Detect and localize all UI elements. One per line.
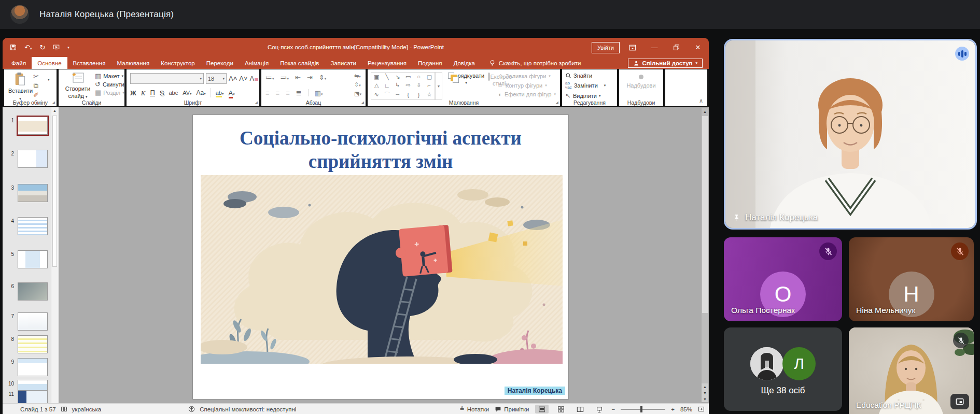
fit-to-window-icon[interactable] xyxy=(698,406,705,412)
shape-elbow-arrow[interactable]: ↳ xyxy=(395,82,400,89)
strikethrough-button[interactable]: abc xyxy=(169,90,178,96)
tab-animations[interactable]: Анімація xyxy=(239,57,274,69)
participant-tile-nina[interactable]: Н Ніна Мельничук xyxy=(849,237,974,321)
tab-review[interactable]: Рецензування xyxy=(362,57,412,69)
tell-me-box[interactable]: Скажіть, що потрібно зробити xyxy=(489,57,581,69)
shape-elbow[interactable]: ∟ xyxy=(384,82,390,89)
shape-arc[interactable]: ⌒ xyxy=(384,91,390,98)
slide-thumbnail[interactable]: 7 xyxy=(3,312,52,331)
slideshow-view-button[interactable] xyxy=(593,405,606,413)
paste-button[interactable]: Вставити ▾ xyxy=(8,72,32,102)
shape-rounded-rect[interactable]: ▢ xyxy=(427,74,432,80)
clear-formatting-icon[interactable]: A xyxy=(250,75,259,82)
start-presentation-icon[interactable] xyxy=(53,44,60,51)
overflow-participants-tile[interactable]: Л Ще 38 осіб xyxy=(724,327,842,411)
increase-indent-icon[interactable]: ⇥ xyxy=(307,74,313,81)
tab-insert[interactable]: Вставлення xyxy=(67,57,111,69)
slide-thumbnail[interactable]: 6 xyxy=(3,282,52,301)
replace-button[interactable]: abчacЗамінити▾ xyxy=(565,81,606,90)
highlight-color-button[interactable]: ab▾ xyxy=(216,90,224,96)
numbering-icon[interactable]: ≕▾ xyxy=(281,74,289,81)
shape-textbox[interactable]: ▣ xyxy=(374,74,379,80)
shape-rectangle[interactable]: ▭ xyxy=(405,74,411,80)
slide-thumbnail[interactable]: 2 xyxy=(3,150,52,168)
change-case-button[interactable]: Aa▾ xyxy=(197,90,206,96)
accessibility-status[interactable]: Спеціальні можливості: недоступні xyxy=(200,406,296,412)
minimize-icon[interactable]: — xyxy=(643,38,665,57)
align-center-icon[interactable]: ≡ xyxy=(276,89,280,97)
notes-button[interactable]: ≜Нотатки xyxy=(460,406,489,412)
slide-thumbnail[interactable]: 5 xyxy=(3,250,52,268)
columns-icon[interactable]: ▥▾ xyxy=(315,89,323,97)
slide-thumbnail[interactable]: 9 xyxy=(3,358,52,376)
previous-slide-icon[interactable]: ▲ xyxy=(702,383,708,390)
undo-icon[interactable]: ↶▾ xyxy=(24,44,32,51)
convert-smartart-icon[interactable]: ⬔▾ xyxy=(354,90,361,97)
shape-outline-button[interactable]: ▱Контур фігури▾ xyxy=(498,82,556,89)
section-button[interactable]: ▤Розділ▾ xyxy=(95,89,124,96)
shrink-font-icon[interactable]: A˅ xyxy=(239,75,247,82)
shape-brace-right[interactable]: } xyxy=(418,92,420,98)
text-direction-icon[interactable]: ⇋▾ xyxy=(354,73,361,79)
comments-button[interactable]: Примітки xyxy=(495,406,529,412)
new-slide-button[interactable]: Створити слайд ▾ xyxy=(62,72,94,99)
line-spacing-icon[interactable]: ⇕▾ xyxy=(319,74,326,81)
format-painter-icon[interactable]: ✐ xyxy=(33,92,39,98)
shape-corner[interactable]: ⌐ xyxy=(428,82,431,89)
grow-font-icon[interactable]: A˄ xyxy=(229,75,237,82)
shape-line[interactable]: ╲ xyxy=(385,74,389,80)
decrease-indent-icon[interactable]: ⇤ xyxy=(295,74,301,81)
shape-down-arrow[interactable]: ⇩ xyxy=(416,82,421,89)
scrollbar-thumb[interactable] xyxy=(52,116,57,267)
slide-thumbnail[interactable]: 4 xyxy=(3,217,52,235)
zoom-slider-thumb[interactable] xyxy=(640,406,642,412)
arrange-button[interactable]: Упорядкувати ▾ xyxy=(446,73,486,85)
normal-view-button[interactable] xyxy=(535,405,549,413)
font-name-combo[interactable]: ▾ xyxy=(130,73,204,84)
tab-record[interactable]: Записати xyxy=(325,57,362,69)
slide-sorter-view-button[interactable] xyxy=(554,405,568,413)
reset-button[interactable]: ↺Скинути xyxy=(95,81,124,88)
shape-curve[interactable]: ∼ xyxy=(395,91,400,98)
share-button[interactable]: Спільний доступ ▾ xyxy=(628,59,703,68)
accessibility-icon[interactable] xyxy=(188,406,195,412)
save-icon[interactable] xyxy=(10,44,17,51)
shape-arrow[interactable]: ↘ xyxy=(395,74,400,80)
scroll-up-icon[interactable]: ▲ xyxy=(702,108,708,115)
shape-brace-left[interactable]: { xyxy=(407,92,409,98)
shape-right-arrow[interactable]: ⇨ xyxy=(406,82,411,89)
spellcheck-icon[interactable] xyxy=(61,406,67,412)
scroll-down-icon[interactable]: ▼ xyxy=(702,396,708,402)
font-size-combo[interactable]: 18▾ xyxy=(206,73,227,84)
zoom-slider[interactable] xyxy=(621,409,665,410)
find-button[interactable]: Знайти xyxy=(565,73,606,79)
participant-tile-education[interactable]: Education РРЦПК xyxy=(849,327,974,414)
shape-effects-button[interactable]: ◐Ефекти для фігур▾ xyxy=(498,91,556,97)
slide-thumbnail[interactable]: 3 xyxy=(3,184,52,202)
dialog-launcher-icon[interactable]: ◢ xyxy=(255,101,258,105)
sign-in-button[interactable]: Увійти xyxy=(592,42,620,53)
shapes-more-button[interactable]: ▼ xyxy=(435,72,442,100)
copy-icon[interactable]: ⧉ xyxy=(34,82,38,89)
tab-file[interactable]: Файл xyxy=(6,57,32,69)
shape-scribble[interactable]: ∿ xyxy=(374,91,379,98)
main-video-tile[interactable]: Наталія Корецька xyxy=(724,39,977,230)
next-slide-icon[interactable]: ▼ xyxy=(702,390,708,396)
zoom-level[interactable]: 85% xyxy=(680,406,692,412)
tab-draw[interactable]: Малювання xyxy=(111,57,155,69)
select-button[interactable]: ↖Виділити▾ xyxy=(565,92,606,99)
text-shadow-button[interactable]: S xyxy=(160,90,164,96)
underline-button[interactable]: П xyxy=(150,89,155,96)
font-color-button[interactable]: A▾ xyxy=(229,90,235,96)
scroll-up-icon[interactable]: ▲ xyxy=(51,107,58,112)
shape-triangle[interactable]: △ xyxy=(374,82,379,89)
dialog-launcher-icon[interactable]: ◢ xyxy=(556,101,558,105)
align-text-icon[interactable]: ⇳▾ xyxy=(354,81,361,88)
addins-button[interactable]: Надбудови xyxy=(619,82,663,89)
chevron-down-icon[interactable]: ▾ xyxy=(48,78,50,82)
tab-design[interactable]: Конструктор xyxy=(155,57,201,69)
tab-home[interactable]: Основне xyxy=(32,57,67,69)
close-icon[interactable]: ✕ xyxy=(687,38,709,57)
align-right-icon[interactable]: ≡ xyxy=(286,89,290,97)
thumbnail-scrollbar[interactable]: ▲ xyxy=(51,107,58,403)
